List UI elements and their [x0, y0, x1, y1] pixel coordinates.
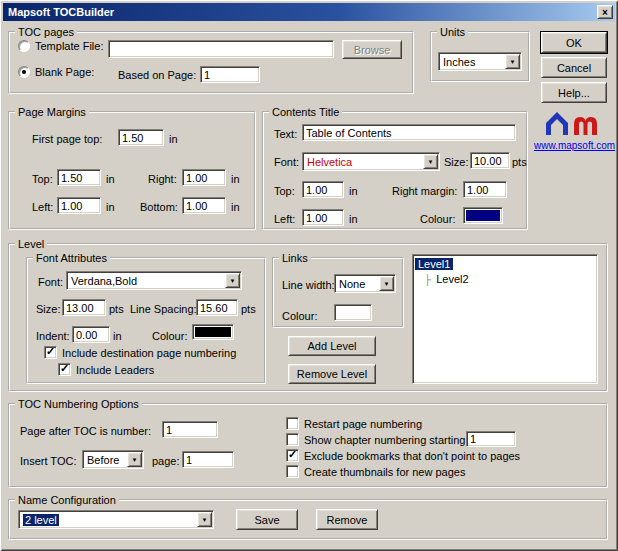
- margin-right-input[interactable]: [182, 169, 226, 186]
- name-configuration-dropdown-icon[interactable]: ▼: [197, 512, 212, 527]
- links-colour-swatch[interactable]: [334, 304, 372, 321]
- title-top-input[interactable]: [302, 181, 344, 198]
- template-file-radio-input[interactable]: [18, 40, 30, 52]
- tree-item-level2[interactable]: Level2: [436, 273, 468, 285]
- save-button[interactable]: Save: [236, 509, 298, 530]
- include-leaders-label[interactable]: Include Leaders: [76, 364, 154, 376]
- tree-item-level1[interactable]: Level1: [415, 258, 453, 270]
- units-select[interactable]: Inches ▼: [438, 52, 522, 71]
- title-font-dropdown-icon[interactable]: ▼: [423, 154, 438, 169]
- include-destination-checkbox-input[interactable]: [44, 346, 57, 359]
- restart-numbering-label[interactable]: Restart page numbering: [304, 418, 422, 430]
- name-configuration-value: 2 level: [23, 514, 59, 526]
- title-font-select[interactable]: Helvetica ▼: [302, 152, 440, 171]
- template-file-input[interactable]: [108, 40, 334, 58]
- include-destination-checkbox[interactable]: Include destination page numbering: [44, 346, 236, 359]
- margin-left-unit: in: [106, 201, 115, 214]
- title-right-margin-input[interactable]: [463, 181, 507, 198]
- line-width-dropdown-icon[interactable]: ▼: [379, 276, 394, 291]
- title-font-value: Helvetica: [305, 155, 422, 168]
- mapsoft-logo: [545, 110, 601, 136]
- insert-toc-select[interactable]: Before ▼: [82, 450, 144, 469]
- exclude-bookmarks-label[interactable]: Exclude bookmarks that don't point to pa…: [304, 450, 520, 462]
- close-button[interactable]: ×: [597, 5, 613, 19]
- title-font-label: Font:: [274, 156, 299, 169]
- remove-level-button[interactable]: Remove Level: [288, 364, 376, 384]
- tree-row[interactable]: Level1: [415, 257, 595, 272]
- blank-page-radio-input[interactable]: [18, 66, 30, 78]
- tree-branch-icon: ├: [424, 274, 431, 285]
- mapsoft-logo-red-shape: [574, 117, 597, 135]
- level-tree-list[interactable]: Level1 ├ Level2: [412, 254, 598, 384]
- template-file-radio[interactable]: Template File:: [18, 40, 103, 52]
- mapsoft-website-link[interactable]: www.mapsoft.com: [534, 140, 615, 151]
- title-colour-fill: [466, 210, 500, 221]
- title-left-label: Left:: [274, 213, 295, 226]
- line-width-select[interactable]: None ▼: [334, 274, 396, 293]
- page-after-toc-label: Page after TOC is number:: [20, 425, 151, 438]
- level-size-input[interactable]: [62, 299, 106, 316]
- margin-left-input[interactable]: [57, 197, 101, 214]
- margin-top-input[interactable]: [57, 169, 101, 186]
- title-size-label: Size:: [444, 156, 468, 169]
- margin-bottom-unit: in: [231, 201, 240, 214]
- line-spacing-input[interactable]: [196, 299, 238, 316]
- font-attributes-legend: Font Attributes: [33, 252, 110, 264]
- margin-top-label: Top:: [32, 173, 53, 186]
- title-size-input[interactable]: [470, 152, 510, 169]
- page-after-toc-input[interactable]: [162, 421, 218, 438]
- include-leaders-checkbox-input[interactable]: [58, 363, 71, 376]
- level-font-select[interactable]: Verdana,Bold ▼: [66, 271, 242, 290]
- title-colour-swatch[interactable]: [463, 207, 503, 224]
- exclude-bookmarks-checkbox-input[interactable]: [286, 449, 299, 462]
- title-top-label: Top:: [274, 185, 295, 198]
- chapter-start-input[interactable]: [466, 431, 516, 447]
- blank-page-radio[interactable]: Blank Page:: [18, 66, 94, 78]
- ok-button[interactable]: OK: [541, 32, 607, 53]
- remove-button[interactable]: Remove: [316, 509, 378, 530]
- insert-toc-dropdown-icon[interactable]: ▼: [127, 452, 142, 467]
- line-width-label: Line width:: [282, 279, 335, 292]
- units-dropdown-icon[interactable]: ▼: [505, 54, 520, 69]
- exclude-bookmarks-checkbox[interactable]: Exclude bookmarks that don't point to pa…: [286, 449, 520, 462]
- level-colour-fill: [195, 327, 231, 337]
- title-left-input[interactable]: [302, 209, 344, 226]
- include-leaders-checkbox[interactable]: Include Leaders: [58, 363, 154, 376]
- margin-bottom-label: Bottom:: [140, 201, 178, 214]
- name-configuration-value-wrap: 2 level: [21, 513, 196, 526]
- indent-input[interactable]: [72, 326, 110, 343]
- toc-pages-legend: TOC pages: [15, 26, 77, 38]
- line-spacing-label: Line Spacing:: [130, 303, 197, 316]
- tree-row[interactable]: ├ Level2: [415, 272, 595, 287]
- cancel-button[interactable]: Cancel: [541, 57, 607, 78]
- margin-bottom-input[interactable]: [182, 197, 226, 214]
- title-right-margin-label: Right margin:: [392, 185, 457, 198]
- add-level-button[interactable]: Add Level: [288, 336, 376, 356]
- help-button[interactable]: Help...: [541, 82, 607, 103]
- title-colour-label: Colour:: [420, 213, 455, 226]
- create-thumbnails-checkbox-input[interactable]: [286, 465, 299, 478]
- close-icon: ×: [602, 7, 608, 18]
- include-destination-label[interactable]: Include destination page numbering: [62, 347, 236, 359]
- level-colour-label: Colour:: [152, 330, 187, 343]
- level-font-dropdown-icon[interactable]: ▼: [225, 273, 240, 288]
- restart-numbering-checkbox-input[interactable]: [286, 417, 299, 430]
- create-thumbnails-checkbox[interactable]: Create thumbnails for new pages: [286, 465, 465, 478]
- title-text-input[interactable]: [302, 124, 516, 141]
- titlebar: Mapsoft TOCBuilder: [3, 3, 615, 21]
- blank-page-label[interactable]: Blank Page:: [35, 66, 94, 78]
- tocbuilder-dialog: Mapsoft TOCBuilder × TOC pages Units Pag…: [0, 0, 618, 551]
- create-thumbnails-label[interactable]: Create thumbnails for new pages: [304, 466, 465, 478]
- insert-page-input[interactable]: [182, 451, 234, 468]
- name-configuration-select[interactable]: 2 level ▼: [18, 510, 214, 529]
- level-colour-swatch[interactable]: [192, 324, 234, 340]
- template-file-label[interactable]: Template File:: [35, 40, 103, 52]
- chapter-numbering-checkbox-input[interactable]: [286, 433, 299, 446]
- browse-button[interactable]: Browse: [342, 40, 402, 59]
- level-size-unit: pts: [109, 303, 124, 316]
- restart-numbering-checkbox[interactable]: Restart page numbering: [286, 417, 422, 430]
- chapter-numbering-checkbox[interactable]: Show chapter numbering starting at:: [286, 433, 481, 446]
- based-on-page-input[interactable]: [200, 66, 260, 83]
- first-page-top-input[interactable]: [118, 129, 164, 146]
- chapter-numbering-label[interactable]: Show chapter numbering starting at:: [304, 434, 481, 446]
